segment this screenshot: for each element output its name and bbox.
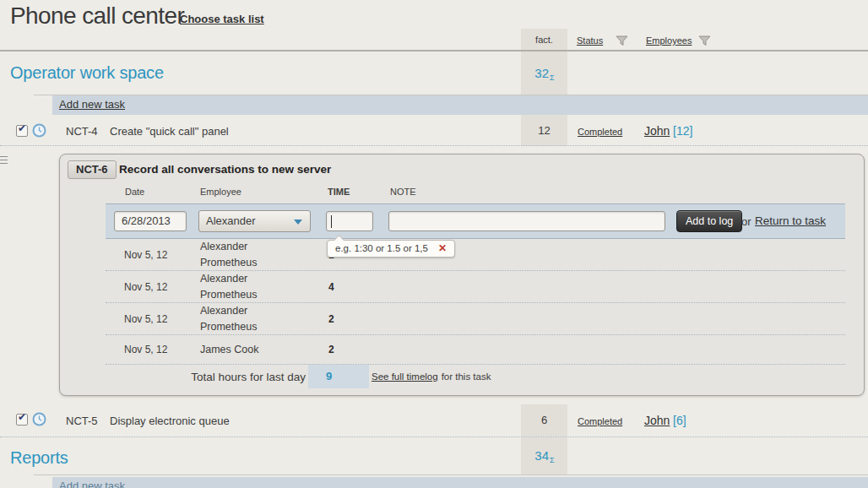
see-full-timelog-link[interactable]: See full timelog — [372, 371, 438, 382]
or-text: or — [741, 215, 751, 228]
entry-date: Nov 5, 12 — [124, 344, 200, 355]
task-status-link[interactable]: Completed — [578, 416, 622, 426]
entry-employee: Alexander Prometheus — [200, 271, 328, 303]
entry-time: 2 — [328, 344, 334, 355]
time-format-hint-tooltip: e.g. 1:30 or 1.5 or 1,5✕ — [327, 240, 455, 258]
task-fact-cell: 12 — [521, 115, 567, 146]
task-assignee-hours: [6] — [673, 414, 686, 427]
status-filter-icon[interactable] — [616, 35, 628, 46]
entry-date: Nov 5, 12 — [124, 281, 200, 293]
choose-task-list-link[interactable]: Choose task list — [180, 13, 264, 25]
entry-date: Nov 5, 12 — [124, 249, 200, 261]
checkmark-icon: ✔ — [18, 411, 26, 423]
task-id: NCT-4 — [66, 125, 98, 138]
timelog-entry-row: Nov 5, 12 Alexander Prometheus 4 — [106, 271, 845, 303]
employee-dropdown-value: Alexander — [206, 214, 256, 227]
task-assignee-hours: [12] — [673, 124, 692, 138]
header-divider — [0, 50, 868, 52]
hint-close-icon[interactable]: ✕ — [438, 242, 447, 254]
employees-filter-icon[interactable] — [698, 35, 711, 46]
entry-time: 4 — [328, 281, 334, 293]
column-header-date: Date — [125, 187, 144, 197]
task-status-link[interactable]: Completed — [578, 127, 622, 137]
operator-fact-sum-cell: 32Σ — [521, 52, 567, 95]
reports-fact-sum-cell: 34Σ — [521, 437, 567, 474]
sigma-icon: Σ — [550, 73, 555, 82]
column-header-employee: Employee — [200, 187, 241, 197]
timelog-link-suffix: for this task — [442, 371, 491, 382]
checkmark-icon: ✔ — [18, 122, 26, 134]
task-checkbox[interactable]: ✔ — [16, 125, 28, 137]
panel-task-id-badge[interactable]: NCT-6 — [68, 160, 117, 179]
return-to-task-link[interactable]: Return to task — [755, 214, 826, 227]
chevron-down-icon — [294, 220, 302, 229]
group-title-reports[interactable]: Reports — [10, 448, 68, 468]
employees-column-header[interactable]: Employees — [646, 35, 692, 46]
add-new-task-link[interactable]: Add new task — [59, 480, 125, 488]
timelog-panel: NCT-6 Record all conversations to new se… — [59, 154, 865, 396]
page-title: Phone call center — [10, 3, 184, 30]
task-fact-cell: 6 — [521, 404, 567, 436]
total-hours-label: Total hours for last day — [106, 371, 306, 383]
entry-date: Nov 5, 12 — [124, 313, 200, 325]
task-title[interactable]: Display electronic queue — [110, 415, 230, 427]
row-separator — [0, 145, 868, 146]
text-cursor — [331, 215, 332, 228]
date-field[interactable]: 6/28/2013 — [114, 211, 187, 231]
timelog-entry-row: Nov 5, 12 Alexander Prometheus 1 — [106, 239, 845, 271]
employee-dropdown[interactable]: Alexander — [198, 210, 311, 232]
entry-employee: Alexander Prometheus — [200, 303, 328, 335]
add-new-task-bar: Add new task — [52, 477, 868, 488]
task-assignee-link[interactable]: John — [644, 124, 670, 138]
time-clock-icon[interactable] — [32, 123, 46, 138]
task-id: NCT-5 — [66, 415, 98, 427]
reports-fact-sum: 34 — [534, 448, 549, 463]
time-field[interactable] — [326, 211, 373, 231]
row-separator — [0, 436, 868, 437]
entry-employee: James Cook — [200, 342, 328, 358]
total-hours-value: 9 — [308, 365, 369, 388]
add-to-log-button[interactable]: Add to log — [676, 210, 742, 232]
status-column-header[interactable]: Status — [577, 35, 603, 46]
column-header-time: TIME — [328, 187, 350, 197]
timelog-entry-row: Nov 5, 12 Alexander Prometheus 2 — [106, 303, 845, 335]
task-title[interactable]: Create "quick call" panel — [110, 125, 229, 138]
total-hours-row: Total hours for last day 9 See full time… — [106, 364, 845, 389]
task-assignee-link[interactable]: John — [644, 414, 670, 427]
add-new-task-bar: Add new task — [52, 95, 868, 115]
fact-column-header: fact. — [521, 29, 567, 52]
time-clock-icon[interactable] — [32, 412, 46, 426]
phone-call-center-page: Phone call center Choose task list fact.… — [0, 0, 868, 488]
column-header-note: NOTE — [390, 187, 416, 197]
drag-handle-icon[interactable] — [0, 156, 8, 165]
sigma-icon: Σ — [550, 456, 555, 464]
timelog-entry-form: 6/28/2013 Alexander Add to log or Return… — [106, 203, 845, 239]
note-field[interactable] — [388, 211, 665, 231]
add-new-task-link[interactable]: Add new task — [59, 98, 125, 111]
group-title-operator-work-space[interactable]: Operator work space — [10, 63, 164, 83]
operator-fact-sum: 32 — [534, 66, 549, 80]
time-format-hint-text: e.g. 1:30 or 1.5 or 1,5 — [335, 243, 428, 253]
timelog-entry-row: Nov 5, 12 James Cook 2 — [106, 335, 845, 365]
timelog-entries: Nov 5, 12 Alexander Prometheus 1 Nov 5, … — [106, 239, 845, 365]
add-task-bar-divider — [34, 474, 868, 475]
entry-employee: Alexander Prometheus — [200, 239, 328, 271]
entry-time: 2 — [328, 313, 334, 325]
panel-task-title: Record all conversations to new server — [119, 163, 331, 176]
task-checkbox[interactable]: ✔ — [16, 414, 28, 426]
